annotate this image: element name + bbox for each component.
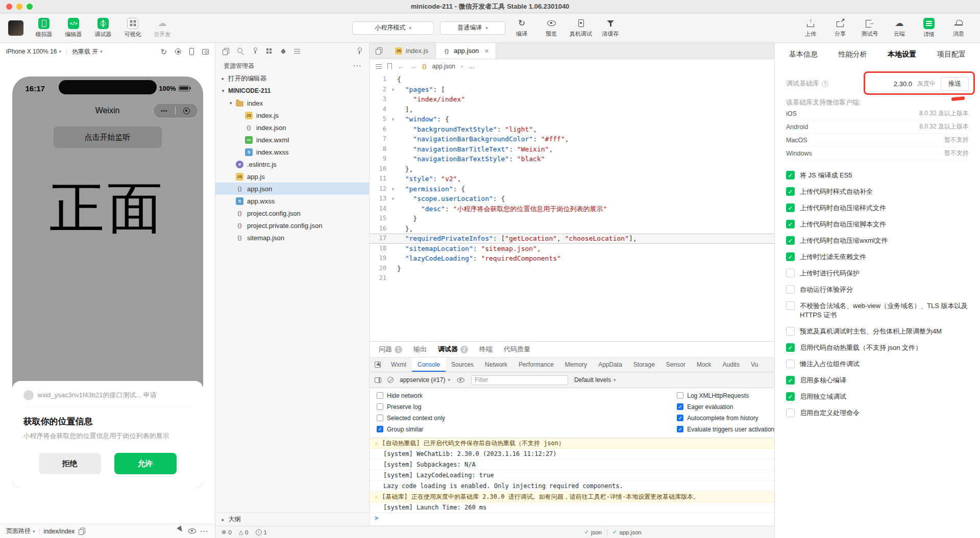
console-option-row[interactable]: Preserve log xyxy=(377,402,677,412)
editor-tab-app-json[interactable]: {} app.json × xyxy=(436,43,496,59)
local-setting-row[interactable]: ✓上传代码时自动压缩脚本文件 xyxy=(786,216,969,233)
devtools-tab-network[interactable]: Network xyxy=(479,357,513,372)
code-line[interactable]: 21 xyxy=(370,273,774,284)
code-line[interactable]: 17 "requiredPrivateInfos": ["getLocation… xyxy=(370,234,774,244)
file-tree-item[interactable]: {}project.private.config.json xyxy=(215,219,369,232)
console-filter-input[interactable] xyxy=(471,375,568,385)
simulator-toggle-button[interactable]: 模拟器 xyxy=(31,18,57,38)
language-mode[interactable]: ✓ json xyxy=(584,529,602,535)
code-line[interactable]: 13∨ "scope.userLocation": { xyxy=(370,194,774,204)
checkbox[interactable]: ✓ xyxy=(786,220,795,228)
messages-button[interactable]: 消息 xyxy=(945,18,972,38)
checkbox[interactable]: ✓ xyxy=(786,252,795,261)
minimize-window-button[interactable] xyxy=(16,4,22,10)
devtools-tab-sources[interactable]: Sources xyxy=(446,357,479,372)
tab-project-config[interactable]: 项目配置 xyxy=(937,50,966,59)
devtools-tab-vu[interactable]: Vu xyxy=(745,357,764,372)
checkbox[interactable]: ✓ xyxy=(786,187,795,196)
local-setting-row[interactable]: 启用自定义处理命令 xyxy=(786,405,969,421)
device-frame-icon[interactable] xyxy=(189,48,194,55)
local-setting-row[interactable]: 上传时进行代码保护 xyxy=(786,265,969,281)
code-line[interactable]: 12∨ "permission": { xyxy=(370,184,774,194)
file-tree-item[interactable]: {}project.config.json xyxy=(215,207,369,219)
details-button[interactable]: 详情 xyxy=(916,18,942,38)
checkbox[interactable] xyxy=(377,392,383,399)
editor-tab-index-js[interactable]: JS index.js xyxy=(388,43,436,59)
local-setting-row[interactable]: 自动运行体验评分 xyxy=(786,281,969,298)
deny-button[interactable]: 拒绝 xyxy=(39,453,101,474)
code-line[interactable]: 19 "lazyCodeLoading": "requiredComponent… xyxy=(370,253,774,264)
devtools-tab-performance[interactable]: Performance xyxy=(513,357,559,372)
upload-button[interactable]: 上传 xyxy=(797,18,824,38)
devtools-tab-storage[interactable]: Storage xyxy=(628,357,660,372)
help-icon[interactable]: ? xyxy=(822,81,828,87)
editor-toggle-button[interactable]: </> 编辑器 xyxy=(60,18,87,38)
checkbox[interactable] xyxy=(786,285,795,294)
code-line[interactable]: 8 "navigationBarTitleText": "Weixin", xyxy=(370,144,774,155)
local-setting-row[interactable]: ✓上传代码时自动压缩wxml文件 xyxy=(786,233,969,249)
errors-count[interactable]: ⊗ 0 xyxy=(222,529,232,535)
open-editors-section[interactable]: ▸ 打开的编辑器 xyxy=(215,72,369,85)
user-avatar[interactable] xyxy=(8,20,23,36)
tab-debugger[interactable]: 调试器2 xyxy=(433,342,473,357)
tab-output[interactable]: 输出 xyxy=(408,342,432,357)
checkbox[interactable] xyxy=(786,327,795,336)
execution-context-select[interactable]: appservice (#17) ▾ xyxy=(400,376,450,383)
fold-chevron-icon[interactable]: ∨ xyxy=(389,114,397,124)
local-setting-row[interactable]: ✓上传时过滤无依赖文件 xyxy=(786,249,969,265)
record-icon[interactable] xyxy=(175,48,181,55)
local-setting-row[interactable]: ✓将 JS 编译成 ES5 xyxy=(786,167,969,184)
console-option-row[interactable]: ✓Autocomplete from history xyxy=(677,413,774,423)
code-editor[interactable]: 1{2∨ "pages": [3 "index/index"4 ],5∨ "wi… xyxy=(370,73,774,341)
code-line[interactable]: 15 } xyxy=(370,214,774,224)
more-icon[interactable]: ··· xyxy=(354,62,362,69)
project-root-section[interactable]: ▾ MINICODE-211 xyxy=(215,85,369,97)
code-line[interactable]: 5∨ "window": { xyxy=(370,114,774,124)
checkbox[interactable]: ✓ xyxy=(677,426,683,432)
local-setting-row[interactable]: ✓启用多核心编译 xyxy=(786,372,969,389)
checkbox[interactable] xyxy=(786,360,795,368)
mode-select[interactable]: 小程序模式 ▾ xyxy=(352,21,434,35)
code-line[interactable]: 14 "desc": "小程序将会获取您的位置信息用于岗位列表的展示" xyxy=(370,204,774,214)
file-tree-item[interactable]: <>index.wxml xyxy=(215,134,369,146)
start-listen-button[interactable]: 点击开始监听 xyxy=(54,126,162,148)
log-levels-select[interactable]: Default levels ▾ xyxy=(574,376,616,383)
breadcrumb-more[interactable]: … xyxy=(469,63,475,70)
test-account-button[interactable]: 测试号 xyxy=(856,18,883,38)
console-option-row[interactable]: ✓Group similar xyxy=(377,424,677,434)
compile-button[interactable]: ↻ 编译 xyxy=(508,18,535,38)
eye-icon[interactable] xyxy=(188,529,195,534)
file-tree-item[interactable]: Sindex.wxss xyxy=(215,146,369,158)
console-sidebar-icon[interactable] xyxy=(375,377,381,383)
checkbox[interactable]: ✓ xyxy=(677,415,683,421)
console-option-row[interactable]: Selected context only xyxy=(377,413,677,423)
git-branch-icon[interactable] xyxy=(252,47,258,55)
tab-local-settings[interactable]: 本地设置 xyxy=(888,50,916,59)
tab-problems[interactable]: 问题1 xyxy=(374,342,407,357)
fold-chevron-icon[interactable]: ∨ xyxy=(389,85,397,95)
clear-console-icon[interactable] xyxy=(387,377,394,383)
device-select[interactable]: iPhone X 100% 16 ▾ xyxy=(6,48,61,55)
code-line[interactable]: 16 }, xyxy=(370,224,774,234)
capsule-menu[interactable]: ••• xyxy=(153,103,198,118)
close-tab-icon[interactable]: × xyxy=(484,47,488,55)
validated-file[interactable]: ✓ app.json xyxy=(612,529,642,535)
compile-mode-select[interactable]: 普通编译 ▾ xyxy=(440,21,505,35)
checkbox[interactable] xyxy=(786,269,795,277)
devtools-tab-wxml[interactable]: Wxml xyxy=(385,357,412,372)
checkbox[interactable] xyxy=(677,392,683,399)
file-tree-item[interactable]: {}app.json xyxy=(215,183,369,195)
tab-performance-analysis[interactable]: 性能分析 xyxy=(839,50,867,59)
code-line[interactable]: 9 "navigationBarTextStyle": "black" xyxy=(370,154,774,164)
checkbox[interactable]: ✓ xyxy=(786,236,795,245)
file-tree-item[interactable]: {}index.json xyxy=(215,121,369,134)
file-tree-item[interactable]: JSapp.js xyxy=(215,170,369,183)
file-tree-item[interactable]: {}sitemap.json xyxy=(215,232,369,244)
local-setting-row[interactable]: 不校验合法域名、web-view（业务域名）、TLS 版本以及 HTTPS 证书 xyxy=(786,298,969,323)
checkbox[interactable]: ✓ xyxy=(786,376,795,385)
checkbox[interactable] xyxy=(377,403,383,410)
back-icon[interactable]: ← xyxy=(398,63,404,70)
checkbox[interactable] xyxy=(786,301,795,310)
file-tree-item[interactable]: Sapp.wxss xyxy=(215,195,369,207)
checkbox[interactable] xyxy=(377,415,383,421)
